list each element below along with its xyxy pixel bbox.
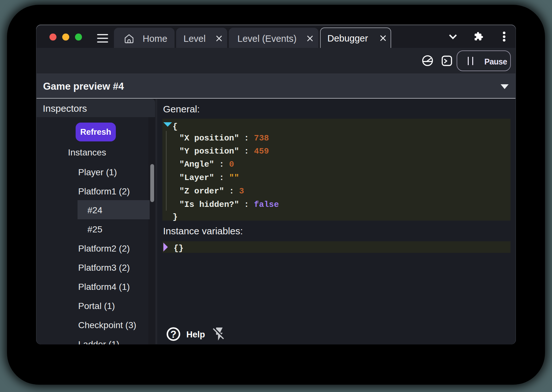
svg-text:?: ? xyxy=(170,329,176,340)
